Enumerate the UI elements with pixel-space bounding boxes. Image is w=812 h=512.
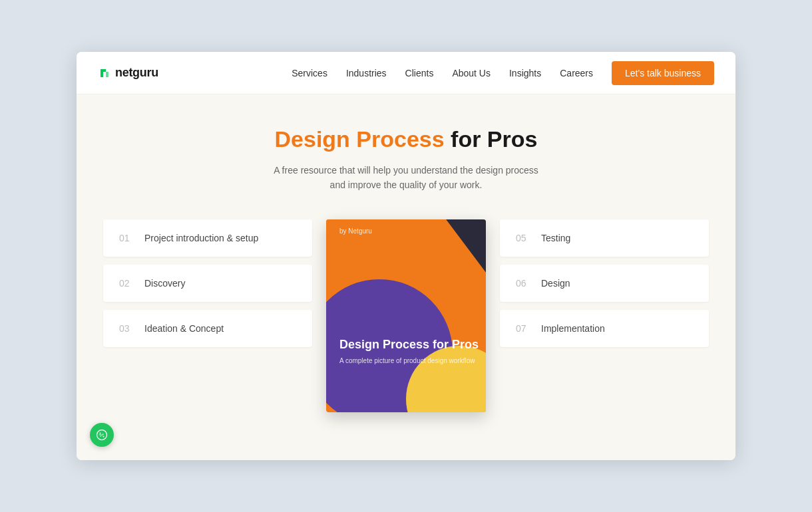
card-01-number: 01 (119, 233, 134, 243)
book-description-text: A complete picture of product design wor… (339, 356, 479, 366)
hero-title-highlight: Design Process (275, 126, 445, 152)
cookie-badge[interactable] (90, 423, 114, 447)
card-02-number: 02 (119, 278, 134, 289)
main-wrapper: Design Process for Pros A free resource … (77, 94, 735, 460)
card-01-label: Project introduction & setup (144, 233, 258, 243)
hero-section: Design Process for Pros A free resource … (103, 126, 709, 193)
card-01: 01 Project introduction & setup (103, 219, 312, 257)
card-03: 03 Ideation & Concept (103, 310, 312, 347)
svg-point-2 (102, 434, 104, 435)
card-07-number: 07 (516, 323, 530, 334)
hero-title: Design Process for Pros (103, 126, 709, 152)
book-text: Design Process for Pros A complete pictu… (339, 338, 479, 366)
book-cover[interactable]: by Netguru Design Process for Pros A com… (326, 219, 486, 412)
nav-item-careers[interactable]: Careers (560, 67, 593, 79)
svg-point-3 (101, 436, 102, 437)
svg-point-4 (103, 436, 104, 438)
nav-item-clients[interactable]: Clients (405, 67, 434, 79)
card-07: 07 Implementation (500, 310, 709, 347)
card-05-label: Testing (541, 233, 570, 243)
book-title-text: Design Process for Pros (339, 338, 479, 352)
card-02: 02 Discovery (103, 265, 312, 302)
hero-subtitle: A free resource that will help you under… (266, 163, 546, 193)
svg-point-1 (100, 433, 101, 434)
nav-links: Services Industries Clients About Us Ins… (292, 67, 593, 79)
card-03-number: 03 (119, 323, 134, 334)
left-cards: 01 Project introduction & setup 02 Disco… (103, 219, 312, 347)
logo-text: netguru (115, 66, 158, 80)
card-07-label: Implementation (541, 323, 605, 334)
cards-grid: 01 Project introduction & setup 02 Disco… (103, 219, 709, 412)
card-05-number: 05 (516, 233, 530, 243)
navbar: netguru Services Industries Clients Abou… (77, 52, 735, 94)
logo[interactable]: netguru (98, 66, 158, 80)
card-06-label: Design (541, 278, 570, 289)
book-cover-wrapper: by Netguru Design Process for Pros A com… (323, 219, 489, 412)
hero-title-rest: for Pros (445, 126, 538, 152)
right-cards: 05 Testing 06 Design 07 Implementation (500, 219, 709, 347)
card-03-label: Ideation & Concept (144, 323, 224, 334)
card-02-label: Discovery (144, 278, 185, 289)
nav-item-services[interactable]: Services (292, 67, 327, 79)
card-06: 06 Design (500, 265, 709, 302)
book-by-label: by Netguru (339, 227, 372, 235)
netguru-logo-icon (98, 66, 111, 80)
cta-button[interactable]: Let's talk business (612, 61, 714, 85)
nav-item-industries[interactable]: Industries (346, 67, 387, 79)
cookie-icon (95, 428, 108, 442)
card-06-number: 06 (516, 278, 530, 289)
book-cover-inner: by Netguru Design Process for Pros A com… (326, 219, 486, 412)
nav-item-insights[interactable]: Insights (509, 67, 541, 79)
main-content: Design Process for Pros A free resource … (77, 94, 735, 460)
nav-item-about-us[interactable]: About Us (452, 67, 491, 79)
card-05: 05 Testing (500, 219, 709, 257)
